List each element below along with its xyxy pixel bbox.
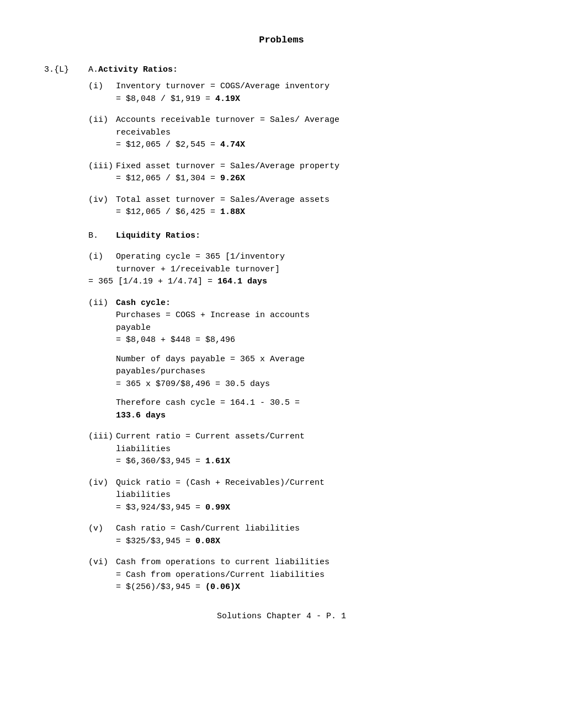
liq-vi-line3: = $(256)/$3,945 = (0.06)X (116, 581, 519, 594)
section-title-a: Activity Ratios: (98, 64, 178, 77)
liquidity-item-vi: (vi) Cash from operations to current lia… (88, 556, 519, 594)
item-iv-label: (iv) (88, 194, 116, 207)
liq-ii-line4: Number of days payable = 365 x Average (116, 354, 519, 366)
item-ii-line2: receivables (116, 127, 519, 140)
liq-ii-line1: Purchases = COGS + Increase in accounts (116, 309, 519, 322)
liq-iv-label: (iv) (88, 477, 116, 490)
activity-item-iv: (iv) Total asset turnover = Sales/Averag… (88, 194, 519, 219)
item-ii-label: (ii) (88, 114, 116, 127)
liq-v-label: (v) (88, 523, 116, 536)
item-iv-line2: = $12,065 / $6,425 = 1.88X (116, 206, 519, 219)
item-iii-line2: = $12,065 / $1,304 = 9.26X (116, 173, 519, 185)
item-ii-line1: Accounts receivable turnover = Sales/ Av… (116, 114, 339, 127)
item-iii-label: (iii) (88, 160, 116, 173)
activity-item-ii: (ii) Accounts receivable turnover = Sale… (88, 114, 519, 152)
liq-iv-line2: liabilities (116, 489, 519, 502)
liq-ii-result: 133.6 days (116, 410, 519, 422)
liq-ii-line3: = $8,048 + $448 = $8,496 (116, 334, 519, 347)
section-label-b: B. (88, 230, 116, 243)
liq-i-label: (i) (88, 251, 116, 264)
liquidity-item-i: (i) Operating cycle = 365 [1/inventory t… (88, 251, 519, 288)
liquidity-item-v: (v) Cash ratio = Cash/Current liabilitie… (88, 523, 519, 548)
liq-iv-line1: Quick ratio = (Cash + Receivables)/Curre… (116, 477, 325, 490)
activity-item-i: (i) Inventory turnover = COGS/Average in… (88, 81, 519, 105)
liq-iii-line3: = $6,360/$3,945 = 1.61X (116, 456, 519, 468)
item-i-line2: = $8,048 / $1,919 = 4.19X (116, 93, 519, 106)
liq-v-line1: Cash ratio = Cash/Current liabilities (116, 523, 300, 536)
liquidity-ratios-content: (i) Operating cycle = 365 [1/inventory t… (88, 251, 519, 594)
item-i-line1: Inventory turnover = COGS/Average invent… (116, 81, 330, 93)
liq-i-line3: = 365 [1/4.19 + 1/4.74] = 164.1 days (88, 276, 519, 288)
section-header-b: B. Liquidity Ratios: (88, 230, 519, 243)
item-iv-line1: Total asset turnover = Sales/Average ass… (116, 194, 330, 207)
page-title: Problems (44, 33, 519, 47)
liquidity-item-iii: (iii) Current ratio = Current assets/Cur… (88, 431, 519, 468)
item-ii-line3: = $12,065 / $2,545 = 4.74X (116, 139, 519, 152)
liq-v-line2: = $325/$3,945 = 0.08X (116, 536, 519, 548)
liq-vi-line2: = Cash from operations/Current liabiliti… (116, 569, 519, 582)
liq-iii-line1: Current ratio = Current assets/Current (116, 431, 305, 443)
liq-iv-line3: = $3,924/$3,945 = 0.99X (116, 502, 519, 515)
liq-iii-line2: liabilities (116, 443, 519, 456)
liq-ii-line5: payables/purchases (116, 366, 519, 378)
page-content: Problems 3.{L} A. Activity Ratios: (i) I… (44, 33, 519, 623)
activity-ratios-content: (i) Inventory turnover = COGS/Average in… (88, 81, 519, 219)
activity-item-iii: (iii) Fixed asset turnover = Sales/Avera… (88, 160, 519, 185)
liq-ii-line2: payable (116, 322, 519, 335)
liq-iii-label: (iii) (88, 431, 116, 443)
liq-vi-label: (vi) (88, 556, 116, 569)
liq-ii-label: (ii) (88, 297, 116, 310)
section-title-b: Liquidity Ratios: (116, 230, 200, 243)
section-label-a: A. (88, 64, 98, 77)
liq-vi-line1: Cash from operations to current liabilit… (116, 556, 330, 569)
section-header-a: 3.{L} A. Activity Ratios: (44, 64, 519, 77)
liq-ii-line7: Therefore cash cycle = 164.1 - 30.5 = (116, 397, 519, 410)
liq-ii-line6: = 365 x $709/$8,496 = 30.5 days (116, 378, 519, 391)
item-iii-line1: Fixed asset turnover = Sales/Average pro… (116, 160, 339, 173)
liq-i-line2: turnover + 1/receivable turnover] (116, 264, 519, 276)
page-footer: Solutions Chapter 4 - P. 1 (44, 611, 519, 623)
liquidity-item-ii: (ii) Cash cycle: Purchases = COGS + Incr… (88, 297, 519, 422)
item-i-label: (i) (88, 81, 116, 93)
liq-i-line1: Operating cycle = 365 [1/inventory (116, 251, 285, 264)
liquidity-item-iv: (iv) Quick ratio = (Cash + Receivables)/… (88, 477, 519, 515)
section-number: 3.{L} (44, 64, 88, 77)
liq-ii-header: Cash cycle: (116, 297, 171, 310)
